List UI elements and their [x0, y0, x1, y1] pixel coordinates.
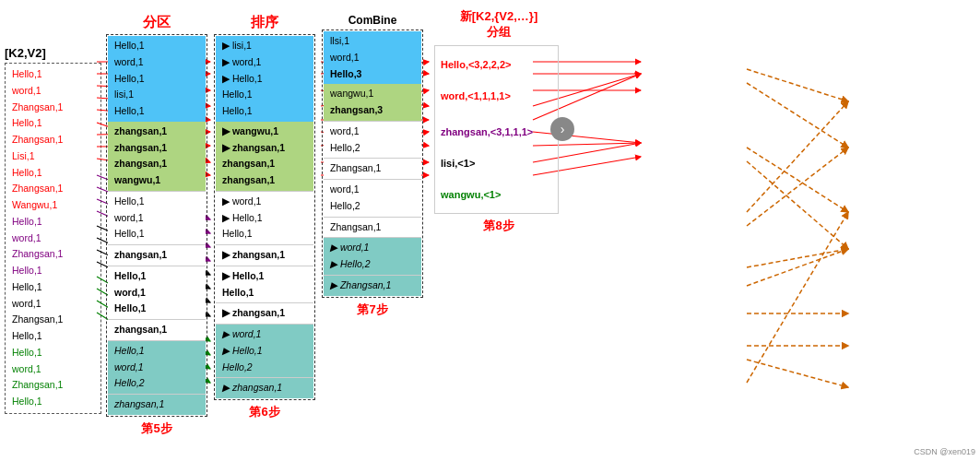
- list-item: zhangsan,1: [112, 247, 202, 264]
- sort-section-white1: ▶ word,1 ▶ Hello,1 Hello,1: [216, 191, 313, 244]
- list-item: lisi,1: [112, 87, 202, 103]
- list-item: Hello,1: [112, 103, 202, 120]
- sort-section-white3: ▶ Hello,1 Hello,1: [216, 266, 313, 303]
- svg-line-41: [747, 148, 848, 212]
- list-item: ▶ word,1: [327, 240, 418, 256]
- list-item: zhangsan,1: [112, 140, 202, 157]
- list-item: zhangsan,1: [112, 396, 202, 413]
- partition-section-green: zhangsan,1 zhangsan,1 zhangsan,1 wangwu,…: [108, 122, 206, 191]
- list-item: Hello,1: [112, 194, 202, 210]
- svg-line-39: [747, 69, 848, 101]
- list-item: Hello,1: [112, 343, 202, 360]
- partition-box: Hello,1 word,1 Hello,1 lisi,1 Hello,1 zh…: [106, 34, 207, 417]
- list-item: word,1: [9, 361, 97, 378]
- list-item: ▶ Hello,2: [327, 256, 418, 273]
- kv-column: [K2,V2] Hello,1 word,1 Zhangsan,1 Hello,…: [5, 46, 101, 461]
- list-item: ▶ Hello,1: [219, 210, 310, 227]
- list-item: Hello,1: [9, 345, 97, 361]
- list-item: Lisi,1: [9, 148, 97, 165]
- list-item: word,1: [9, 296, 97, 313]
- list-item: wangwu,1: [327, 86, 418, 102]
- partition-section-white1: Hello,1 word,1 Hello,1: [108, 191, 206, 244]
- list-item: Zhangsan,1: [327, 160, 418, 177]
- combine-section-white4: Zhangsan,1: [324, 217, 421, 238]
- partition-section-teal2: zhangsan,1: [108, 394, 206, 415]
- partition-title: 分区: [106, 14, 207, 31]
- list-item: Zhangsan,1: [9, 246, 97, 263]
- list-item: word,1: [9, 83, 97, 100]
- result-box: Hello,<3,2,2,2> word,<1,1,1,1> zhangsan,…: [434, 45, 559, 214]
- list-item: Hello,1: [9, 214, 97, 230]
- kv-title: [K2,V2]: [5, 46, 101, 60]
- combine-section-white1: word,1 Hello,2: [324, 121, 421, 159]
- list-item: Hello,1: [219, 103, 310, 120]
- sort-section-green: ▶ wangwu,1 ▶ zhangsan,1 zhangsan,1 zhang…: [216, 122, 313, 191]
- list-item: ▶ zhangsan,1: [219, 305, 310, 322]
- result-item-lisi: lisi,<1>: [441, 158, 552, 169]
- svg-line-45: [747, 249, 848, 267]
- list-item: wangwu,1: [112, 172, 202, 189]
- list-item: ▶ Hello,1: [219, 268, 310, 285]
- list-item: Hello,1: [112, 38, 202, 54]
- list-item: zhangsan,1: [112, 124, 202, 140]
- list-item: zhangsan,3: [327, 102, 418, 119]
- list-item: Zhangsan,1: [9, 312, 97, 328]
- list-item: zhangsan,1: [112, 322, 202, 338]
- combine-section-white3: word,1 Hello,2: [324, 179, 421, 217]
- list-item: ▶ wangwu,1: [219, 124, 310, 140]
- result-item-hello: Hello,<3,2,2,2>: [441, 59, 552, 70]
- list-item: word,1: [112, 360, 202, 376]
- list-item: ▶ Hello,1: [219, 343, 310, 360]
- list-item: word,1: [112, 285, 202, 301]
- list-item: Hello,1: [112, 301, 202, 317]
- sort-column: 排序 ▶ lisi,1 ▶ word,1 ▶ Hello,1 Hello,1 H…: [214, 14, 315, 433]
- svg-line-42: [747, 161, 848, 249]
- list-item: zhangsan,1: [219, 172, 310, 189]
- combine-section-teal2: ▶ Zhangsan,1: [324, 275, 421, 296]
- combine-section-white2: Zhangsan,1: [324, 158, 421, 179]
- list-item: ▶ word,1: [219, 54, 310, 71]
- kv-box: Hello,1 word,1 Zhangsan,1 Hello,1 Zhangs…: [5, 63, 101, 414]
- list-item: ▶ lisi,1: [219, 38, 310, 54]
- result-column: 新[K2,{V2,…}]分组 Hello,<3,2,2,2> word,<1,1…: [434, 9, 563, 452]
- list-item: Hello,1: [9, 115, 97, 132]
- list-item: zhangsan,1: [112, 156, 202, 172]
- list-item: Hello,1: [112, 71, 202, 88]
- partition-section-teal1: Hello,1 word,1 Hello,2: [108, 340, 206, 394]
- sort-section-white2: ▶ zhangsan,1: [216, 244, 313, 266]
- result-item-word: word,<1,1,1,1>: [441, 90, 552, 101]
- partition-step: 第5步: [106, 420, 207, 437]
- list-item: ▶ zhangsan,1: [219, 247, 310, 264]
- list-item: Zhangsan,1: [9, 181, 97, 197]
- list-item: Hello,3: [327, 66, 418, 83]
- svg-line-43: [747, 101, 848, 212]
- list-item: Zhangsan,1: [9, 377, 97, 394]
- list-item: Hello,1: [9, 263, 97, 279]
- list-item: Zhangsan,1: [9, 132, 97, 148]
- list-item: Hello,1: [112, 226, 202, 242]
- svg-line-49: [747, 360, 848, 387]
- main-container: [K2,V2] Hello,1 word,1 Zhangsan,1 Hello,…: [0, 0, 980, 461]
- sort-title: 排序: [214, 14, 315, 31]
- partition-section-blue: Hello,1 word,1 Hello,1 lisi,1 Hello,1: [108, 36, 206, 122]
- list-item: ▶ zhangsan,1: [219, 140, 310, 157]
- list-item: Hello,2: [219, 360, 310, 376]
- sort-section-white4: ▶ zhangsan,1: [216, 302, 313, 324]
- sort-step: 第6步: [214, 404, 315, 420]
- list-item: Hello,1: [9, 279, 97, 296]
- next-button[interactable]: ›: [550, 117, 574, 141]
- svg-line-46: [747, 249, 848, 286]
- list-item: Hello,2: [327, 198, 418, 215]
- combine-title: ComBine: [322, 14, 423, 27]
- sort-section-teal1: ▶ word,1 ▶ Hello,1 Hello,2: [216, 324, 313, 377]
- list-item: ▶ zhangsan,1: [219, 380, 310, 396]
- sort-section-blue: ▶ lisi,1 ▶ word,1 ▶ Hello,1 Hello,1 Hell…: [216, 36, 313, 122]
- list-item: word,1: [327, 182, 418, 198]
- list-item: Hello,1: [219, 285, 310, 301]
- combine-section-blue: llsi,1 word,1 Hello,3: [324, 31, 421, 84]
- partition-section-white4: zhangsan,1: [108, 319, 206, 340]
- list-item: Hello,1: [9, 394, 97, 410]
- list-item: word,1: [327, 50, 418, 66]
- list-item: Zhangsan,1: [327, 219, 418, 236]
- list-item: Wangwu,1: [9, 197, 97, 214]
